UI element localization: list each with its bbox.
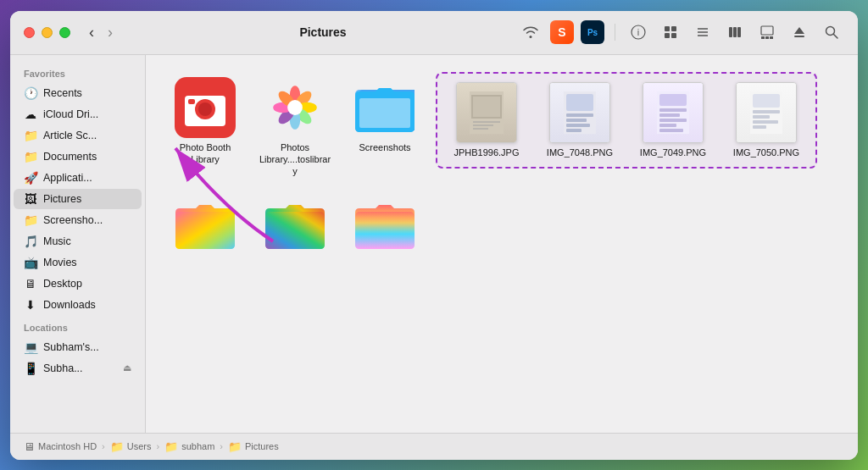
pictures-icon: 🖼 (24, 192, 37, 206)
svg-rect-58 (753, 94, 780, 108)
folder-icon (175, 194, 236, 255)
computer-icon: 💻 (24, 340, 37, 354)
folder-icon: 📁 (24, 213, 37, 227)
eject-button[interactable]: ⏏ (123, 362, 131, 373)
sidebar-item-icloud[interactable]: ☁ iCloud Dri... (14, 104, 142, 124)
breadcrumb-users: Users (127, 441, 152, 451)
sidebar-item-music[interactable]: 🎵 Music (14, 231, 142, 252)
svg-rect-52 (659, 108, 687, 112)
photos-icon (264, 77, 326, 138)
photobooth-library-item[interactable]: Photo BoothLibrary (163, 72, 248, 171)
file-grid: Photo BoothLibrary (146, 55, 858, 433)
svg-rect-14 (765, 36, 769, 39)
svg-rect-11 (737, 27, 741, 37)
sidebar-item-label: Recents (43, 87, 82, 99)
svg-rect-63 (175, 212, 235, 249)
svg-rect-3 (671, 26, 676, 31)
breadcrumb-hd: Macintosh HD (38, 441, 97, 451)
close-button[interactable] (24, 27, 35, 38)
sidebar-item-article[interactable]: 📁 Article Sc... (14, 125, 142, 146)
sidebar-item-label: Downloads (43, 299, 96, 311)
downloads-icon: ⬇ (24, 298, 37, 312)
svg-rect-53 (659, 113, 680, 117)
svg-rect-15 (770, 36, 773, 39)
sidebar-item-subha[interactable]: 📱 Subha... ⏏ (14, 358, 142, 379)
svg-rect-60 (753, 115, 770, 119)
sidebar-item-downloads[interactable]: ⬇ Downloads (14, 295, 142, 315)
img7048-file[interactable]: IMG_7048.PNG (537, 80, 622, 160)
maximize-button[interactable] (59, 27, 70, 38)
toolbar-divider (615, 24, 615, 41)
search-icon[interactable] (819, 19, 844, 45)
sidebar-item-subhams[interactable]: 💻 Subham's... (14, 337, 142, 357)
sidebar-item-applications[interactable]: 🚀 Applicati... (14, 168, 142, 188)
grid-view-icon[interactable] (658, 19, 683, 45)
sidebar-item-documents[interactable]: 📁 Documents (14, 147, 142, 167)
jphb1996-file[interactable]: JPHB1996.JPG (444, 80, 529, 160)
svg-point-23 (198, 102, 212, 116)
selected-files-group: JPHB1996.JPG (436, 72, 817, 169)
svg-marker-16 (794, 27, 804, 34)
svg-rect-47 (566, 119, 587, 122)
svg-rect-4 (665, 33, 670, 38)
sidebar-item-label: Article Sc... (43, 130, 97, 141)
folder-icon: 📁 (24, 150, 37, 163)
favorites-section-title: Favorites (10, 62, 145, 82)
sidebar-item-label: Desktop (43, 278, 82, 290)
svg-rect-62 (753, 125, 766, 129)
screenshots-folder-icon (354, 77, 415, 138)
svg-rect-10 (733, 27, 737, 37)
photoshop-badge[interactable]: Ps (581, 20, 604, 44)
breadcrumb-separator: › (220, 441, 223, 451)
icloud-icon: ☁ (24, 108, 37, 121)
back-button[interactable]: ‹ (84, 22, 99, 43)
breadcrumb-pictures: Pictures (245, 441, 279, 451)
psychedelic-folder-2[interactable] (253, 189, 337, 263)
psychedelic-folder-1[interactable] (163, 189, 248, 263)
eject-icon[interactable] (787, 19, 812, 45)
image-thumbnail (456, 82, 517, 143)
sidebar-item-recents[interactable]: 🕐 Recents (14, 83, 142, 103)
wifi-icon[interactable] (518, 19, 543, 45)
info-icon[interactable]: i (626, 19, 651, 45)
device-icon: 📱 (24, 362, 37, 375)
svg-rect-37 (359, 98, 410, 128)
svg-line-19 (834, 35, 838, 39)
sidebar-item-label: Movies (43, 257, 77, 268)
sidebar-item-desktop[interactable]: 🖥 Desktop (14, 274, 142, 294)
sidebar-item-label: iCloud Dri... (43, 108, 98, 120)
locations-section-title: Locations (10, 316, 145, 336)
svg-rect-5 (671, 33, 676, 38)
finder-window: ‹ › Pictures S Ps i (10, 11, 858, 460)
file-label: Photo BoothLibrary (180, 141, 231, 166)
sidebar-item-movies[interactable]: 📺 Movies (14, 252, 142, 273)
forward-button[interactable]: › (103, 22, 118, 43)
sodastream-badge[interactable]: S (550, 20, 574, 44)
folder-icon (264, 194, 326, 255)
list-view-icon[interactable] (690, 19, 715, 45)
screenshots-folder-item[interactable]: Screenshots (342, 72, 427, 158)
img7049-file[interactable]: IMG_7049.PNG (631, 80, 715, 160)
sidebar-item-label: Subham's... (43, 341, 99, 353)
photobooth-icon (175, 77, 236, 138)
column-view-icon[interactable] (722, 19, 748, 45)
sidebar-item-screenshots[interactable]: 📁 Screensho... (14, 210, 142, 230)
image-thumbnail (643, 82, 704, 143)
svg-rect-55 (659, 124, 676, 127)
gallery-view-icon[interactable] (754, 19, 780, 45)
titlebar: ‹ › Pictures S Ps i (10, 11, 858, 55)
minimize-button[interactable] (42, 27, 53, 38)
svg-rect-59 (753, 110, 780, 113)
folder-icon (354, 194, 415, 255)
sidebar-item-label: Subha... (43, 362, 83, 374)
svg-point-33 (287, 100, 303, 115)
svg-rect-12 (761, 26, 773, 35)
sidebar-item-label: Pictures (43, 193, 81, 205)
photos-library-item[interactable]: PhotosLibrary....toslibrary (253, 72, 337, 183)
img7050-file[interactable]: IMG_7050.PNG (724, 80, 809, 160)
psychedelic-folder-3[interactable] (342, 189, 427, 263)
sidebar-item-pictures[interactable]: 🖼 Pictures (14, 189, 142, 209)
svg-rect-56 (659, 129, 683, 132)
window-title: Pictures (128, 25, 518, 39)
sidebar: Favorites 🕐 Recents ☁ iCloud Dri... 📁 Ar… (10, 55, 146, 433)
